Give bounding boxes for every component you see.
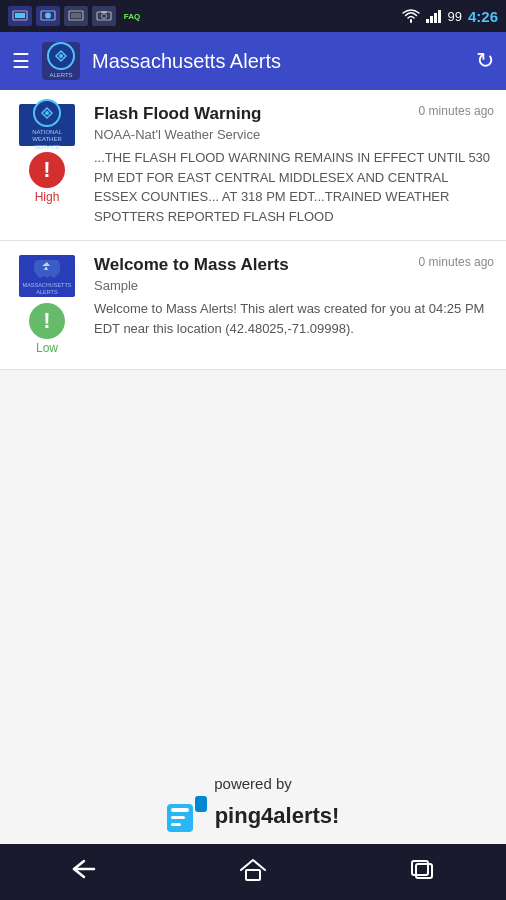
alert-title-welcome: Welcome to Mass Alerts <box>94 255 411 275</box>
status-right-area: 99 4:26 <box>402 8 499 25</box>
svg-rect-9 <box>426 19 429 23</box>
alert-body-flash-flood: ...THE FLASH FLOOD WARNING REMAINS IN EF… <box>94 148 494 226</box>
menu-button[interactable]: ☰ <box>12 49 30 73</box>
ping4-icon <box>167 796 207 836</box>
svg-rect-21 <box>246 870 260 880</box>
alert-list: NATIONALWEATHERSERVICE ! High Flash Floo… <box>0 90 506 370</box>
mass-logo: MASSACHUSETTSALERTS <box>19 255 75 297</box>
status-bar-app-icons: FAQ <box>8 6 144 26</box>
wifi-icon <box>402 9 420 23</box>
severity-label-low: Low <box>36 341 58 355</box>
back-button[interactable] <box>50 849 118 895</box>
status-icon-2 <box>36 6 60 26</box>
alert-item-welcome[interactable]: MASSACHUSETTSALERTS ! Low Welcome to Mas… <box>0 241 506 370</box>
svg-rect-1 <box>15 13 25 18</box>
alert-content-flash-flood: Flash Flood Warning 0 minutes ago NOAA-N… <box>94 104 494 226</box>
svg-rect-11 <box>434 13 437 23</box>
alert-body-welcome: Welcome to Mass Alerts! This alert was c… <box>94 299 494 338</box>
severity-circle-low: ! <box>29 303 65 339</box>
svg-rect-5 <box>71 13 81 18</box>
alert-header-welcome: Welcome to Mass Alerts 0 minutes ago <box>94 255 494 275</box>
severity-badge-low: ! Low <box>29 303 65 355</box>
alert-source-welcome: Sample <box>94 278 494 293</box>
nws-logo: NATIONALWEATHERSERVICE <box>19 104 75 146</box>
severity-circle-high: ! <box>29 152 65 188</box>
app-bar-logo: ALERTS <box>42 42 80 80</box>
alert-left-welcome: MASSACHUSETTSALERTS ! Low <box>12 255 82 355</box>
svg-rect-12 <box>438 10 441 23</box>
home-button[interactable] <box>219 849 287 895</box>
footer-area: powered by ping4alerts! <box>0 660 506 860</box>
svg-rect-19 <box>195 796 207 812</box>
status-icon-3 <box>64 6 88 26</box>
app-bar: ☰ ALERTS Massachusetts Alerts ↻ <box>0 32 506 90</box>
app-title: Massachusetts Alerts <box>92 50 464 73</box>
recents-button[interactable] <box>388 849 456 895</box>
status-icon-camera <box>92 6 116 26</box>
signal-icon <box>426 9 442 23</box>
ping4-brand-name: ping4alerts! <box>215 803 340 829</box>
svg-point-13 <box>59 54 63 58</box>
svg-rect-10 <box>430 16 433 23</box>
alert-source-flash-flood: NOAA-Nat'l Weather Service <box>94 127 494 142</box>
status-time: 4:26 <box>468 8 498 25</box>
bottom-nav <box>0 844 506 900</box>
svg-point-3 <box>45 13 51 19</box>
status-icon-faq: FAQ <box>120 6 144 26</box>
severity-badge-high: ! High <box>29 152 65 204</box>
status-icon-1 <box>8 6 32 26</box>
alert-item-flash-flood[interactable]: NATIONALWEATHERSERVICE ! High Flash Floo… <box>0 90 506 241</box>
svg-point-14 <box>45 111 49 115</box>
svg-rect-8 <box>101 11 107 13</box>
alert-time-flash-flood: 0 minutes ago <box>419 104 494 118</box>
status-bar: FAQ 99 4:26 <box>0 0 506 32</box>
svg-point-7 <box>102 14 107 19</box>
svg-rect-17 <box>171 816 185 819</box>
refresh-button[interactable]: ↻ <box>476 48 494 74</box>
powered-by: powered by ping4alerts! <box>167 775 340 836</box>
svg-rect-18 <box>171 823 181 826</box>
severity-label-high: High <box>35 190 60 204</box>
powered-by-brand: ping4alerts! <box>167 796 340 836</box>
alert-header-flash-flood: Flash Flood Warning 0 minutes ago <box>94 104 494 124</box>
alert-content-welcome: Welcome to Mass Alerts 0 minutes ago Sam… <box>94 255 494 338</box>
battery-level: 99 <box>448 9 462 24</box>
alert-left-flash-flood: NATIONALWEATHERSERVICE ! High <box>12 104 82 204</box>
svg-rect-16 <box>171 808 189 812</box>
powered-by-text: powered by <box>214 775 292 792</box>
alert-title-flash-flood: Flash Flood Warning <box>94 104 411 124</box>
alert-time-welcome: 0 minutes ago <box>419 255 494 269</box>
